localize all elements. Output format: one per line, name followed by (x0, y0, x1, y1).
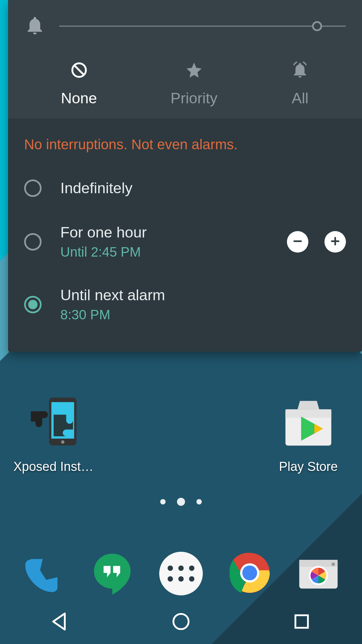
nav-recents-button[interactable] (272, 605, 332, 639)
page-indicator[interactable] (0, 499, 362, 506)
svg-line-1 (74, 66, 83, 75)
option-title: Indefinitely (60, 179, 346, 197)
navigation-bar (0, 600, 362, 644)
option-subtitle: 8:30 PM (60, 307, 346, 322)
svg-point-19 (331, 562, 335, 566)
option-title: For one hour (60, 224, 268, 241)
recents-icon (291, 611, 312, 634)
svg-rect-23 (295, 615, 308, 628)
volume-row (24, 15, 346, 38)
option-title: Until next alarm (60, 286, 346, 304)
page-dot-active[interactable] (177, 498, 185, 506)
svg-marker-21 (53, 613, 65, 630)
hangouts-icon (90, 551, 134, 596)
plus-icon (329, 235, 342, 249)
panel-body: No interruptions. Not even alarms. Indef… (8, 118, 362, 352)
svg-rect-9 (286, 409, 331, 418)
option-subtitle: Until 2:45 PM (60, 245, 268, 260)
option-until-next-alarm[interactable]: Until next alarm 8:30 PM (24, 273, 346, 336)
page-dot[interactable] (160, 499, 166, 504)
panel-header: None Priority All (8, 0, 362, 118)
chrome-icon (228, 551, 272, 596)
svg-rect-2 (293, 240, 302, 242)
app-xposed-installer[interactable]: Xposed Install.. (13, 392, 94, 474)
dock-hangouts[interactable] (89, 550, 136, 597)
camera-icon (297, 551, 340, 596)
mode-priority-label: Priority (171, 90, 218, 107)
page-dot[interactable] (196, 499, 202, 504)
phone-icon (22, 551, 65, 596)
home-screen-icons: Xposed Install.. Play Store (0, 392, 362, 474)
bell-icon (24, 15, 46, 38)
app-label: Play Store (279, 460, 338, 474)
dock (0, 550, 362, 597)
dock-app-drawer[interactable] (158, 550, 204, 597)
decrease-button[interactable] (287, 231, 308, 253)
app-drawer-icon (159, 552, 203, 595)
app-label: Xposed Install.. (13, 460, 94, 474)
nav-home-button[interactable] (151, 605, 211, 639)
dock-camera[interactable] (295, 550, 342, 597)
mode-all-label: All (292, 90, 308, 107)
svg-point-16 (242, 566, 257, 580)
dock-chrome[interactable] (226, 550, 273, 597)
back-icon (50, 611, 71, 634)
minus-icon (291, 235, 304, 249)
home-icon (170, 611, 192, 634)
option-for-one-hour[interactable]: For one hour Until 2:45 PM (24, 210, 346, 273)
star-icon (185, 61, 203, 83)
block-icon (70, 61, 88, 83)
svg-point-22 (173, 614, 188, 629)
mode-none-label: None (61, 90, 97, 107)
interruption-panel: None Priority All No interruptions. Not … (8, 0, 362, 352)
nav-back-button[interactable] (30, 605, 90, 639)
svg-rect-4 (335, 237, 336, 245)
duration-stepper (287, 231, 346, 253)
interruption-modes: None Priority All (24, 61, 346, 107)
xposed-icon (23, 392, 84, 453)
svg-point-7 (61, 440, 64, 444)
volume-slider-thumb[interactable] (312, 21, 322, 31)
app-play-store[interactable]: Play Store (268, 392, 349, 474)
duration-options: Indefinitely For one hour Until 2:45 PM (24, 166, 346, 336)
radio-icon[interactable] (24, 179, 42, 197)
option-indefinitely[interactable]: Indefinitely (24, 166, 346, 210)
bell-ring-icon (291, 61, 309, 83)
mode-none[interactable]: None (61, 61, 97, 107)
play-store-icon (278, 392, 339, 453)
volume-slider[interactable] (59, 25, 346, 27)
radio-icon[interactable] (24, 296, 42, 313)
increase-button[interactable] (324, 231, 346, 253)
radio-icon[interactable] (24, 233, 42, 251)
mode-all[interactable]: All (291, 61, 309, 107)
mode-priority[interactable]: Priority (171, 61, 218, 107)
interruption-warning: No interruptions. Not even alarms. (24, 137, 346, 153)
dock-phone[interactable] (20, 550, 67, 597)
